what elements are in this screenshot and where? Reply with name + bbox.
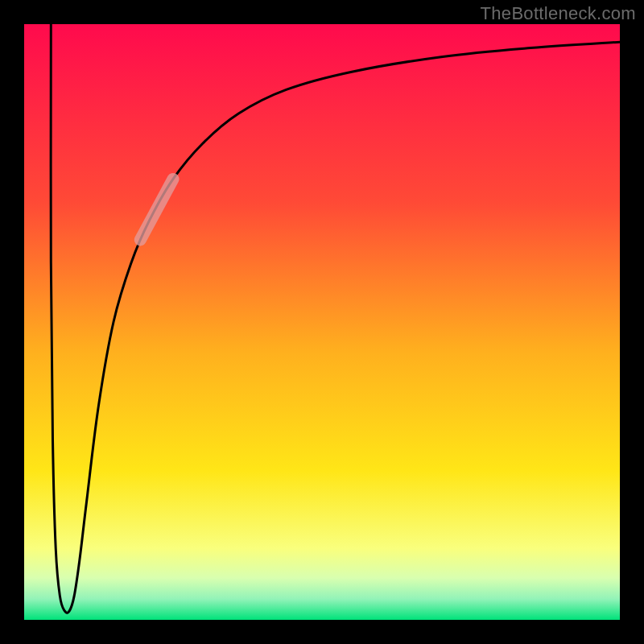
svg-rect-1 <box>0 620 644 644</box>
bottleneck-chart <box>0 0 644 644</box>
svg-rect-3 <box>620 0 644 644</box>
svg-rect-2 <box>0 0 24 644</box>
chart-container: TheBottleneck.com <box>0 0 644 644</box>
attribution-label: TheBottleneck.com <box>481 3 636 24</box>
